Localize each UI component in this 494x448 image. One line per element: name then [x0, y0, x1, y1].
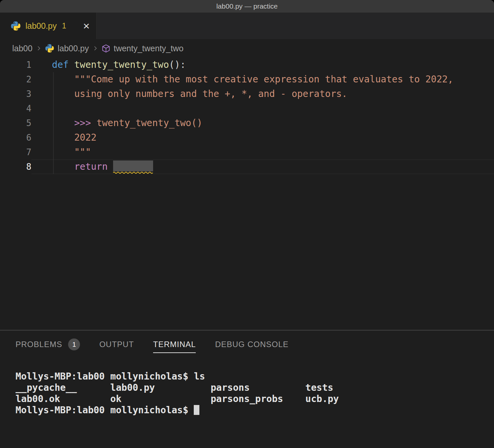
- terminal-line: lab00.ok ok parsons_probs ucb.py: [16, 393, 494, 405]
- code-line[interactable]: 8 return: [0, 159, 494, 174]
- code-line[interactable]: 7 """: [0, 145, 494, 159]
- code-line-text: using only numbers and the +, *, and - o…: [31, 87, 494, 101]
- panel-tab-label: DEBUG CONSOLE: [215, 340, 288, 349]
- tab-problems-count: 1: [62, 22, 66, 30]
- code-line[interactable]: 2 """Come up with the most creative expr…: [0, 72, 494, 87]
- code-line-text: """: [31, 145, 494, 159]
- breadcrumb-folder[interactable]: lab00: [12, 44, 32, 53]
- code-line[interactable]: 1def twenty_twenty_two():: [0, 58, 494, 72]
- indent-guide: [53, 72, 54, 174]
- line-number: 8: [0, 159, 31, 174]
- line-number: 1: [0, 58, 31, 72]
- window-title: lab00.py — practice: [216, 2, 278, 10]
- editor-lines: 1def twenty_twenty_two():2 """Come up wi…: [0, 58, 494, 174]
- tab-filename: lab00.py: [25, 21, 57, 31]
- terminal-line: __pycache__ lab00.py parsons tests: [16, 382, 494, 393]
- panel-tabs: PROBLEMS1OUTPUTTERMINALDEBUG CONSOLE: [0, 331, 494, 358]
- panel-tab-label: OUTPUT: [99, 340, 134, 349]
- return-value-placeholder[interactable]: [113, 160, 153, 171]
- code-line-text: [31, 101, 494, 116]
- code-line[interactable]: 3 using only numbers and the +, *, and -…: [0, 87, 494, 101]
- tab-lab00py[interactable]: lab00.py 1 ×: [0, 13, 97, 39]
- code-line[interactable]: 4: [0, 101, 494, 116]
- code-line[interactable]: 6 2022: [0, 130, 494, 145]
- vscode-window: lab00.py — practice lab00.py 1 × lab00 l…: [0, 0, 494, 448]
- titlebar: lab00.py — practice: [0, 0, 494, 13]
- breadcrumb-file[interactable]: lab00.py: [58, 44, 89, 53]
- python-icon: [11, 21, 21, 31]
- code-line-text: return: [31, 159, 494, 174]
- terminal-line: Mollys-MBP:lab00 mollynicholas$: [16, 405, 494, 416]
- bottom-panel: PROBLEMS1OUTPUTTERMINALDEBUG CONSOLE Mol…: [0, 330, 494, 448]
- tab-bar: lab00.py 1 ×: [0, 13, 494, 39]
- line-number: 7: [0, 145, 31, 159]
- code-line[interactable]: 5 >>> twenty_twenty_two(): [0, 116, 494, 130]
- panel-tab-label: TERMINAL: [153, 340, 196, 349]
- panel-tab-terminal[interactable]: TERMINAL: [153, 331, 196, 358]
- code-editor[interactable]: 1def twenty_twenty_two():2 """Come up wi…: [0, 58, 494, 330]
- code-line-text: """Come up with the most creative expres…: [31, 72, 494, 87]
- warning-squiggle-icon: [113, 171, 153, 174]
- panel-tab-debug-console[interactable]: DEBUG CONSOLE: [215, 331, 288, 358]
- close-icon[interactable]: ×: [83, 20, 90, 31]
- code-line-text: 2022: [31, 130, 494, 145]
- terminal-output[interactable]: Mollys-MBP:lab00 mollynicholas$ ls__pyca…: [0, 358, 494, 416]
- panel-tab-label: PROBLEMS: [16, 340, 62, 349]
- line-number: 4: [0, 101, 31, 116]
- line-number: 5: [0, 116, 31, 130]
- code-line-text: def twenty_twenty_two():: [31, 58, 494, 72]
- line-number: 6: [0, 130, 31, 145]
- code-line-text: >>> twenty_twenty_two(): [31, 116, 494, 130]
- problems-count-badge: 1: [68, 338, 80, 350]
- panel-tab-output[interactable]: OUTPUT: [99, 331, 134, 358]
- terminal-cursor: [194, 405, 199, 415]
- breadcrumb: lab00 lab00.py twenty_twenty_two: [0, 39, 494, 58]
- terminal-line: Mollys-MBP:lab00 mollynicholas$ ls: [16, 371, 494, 382]
- panel-tab-problems[interactable]: PROBLEMS1: [16, 331, 80, 358]
- chevron-right-icon: [92, 45, 98, 51]
- line-number: 3: [0, 87, 31, 101]
- symbol-function-icon: [102, 44, 110, 53]
- breadcrumb-symbol[interactable]: twenty_twenty_two: [114, 44, 184, 53]
- python-icon: [45, 44, 54, 53]
- line-number: 2: [0, 72, 31, 87]
- chevron-right-icon: [36, 45, 42, 51]
